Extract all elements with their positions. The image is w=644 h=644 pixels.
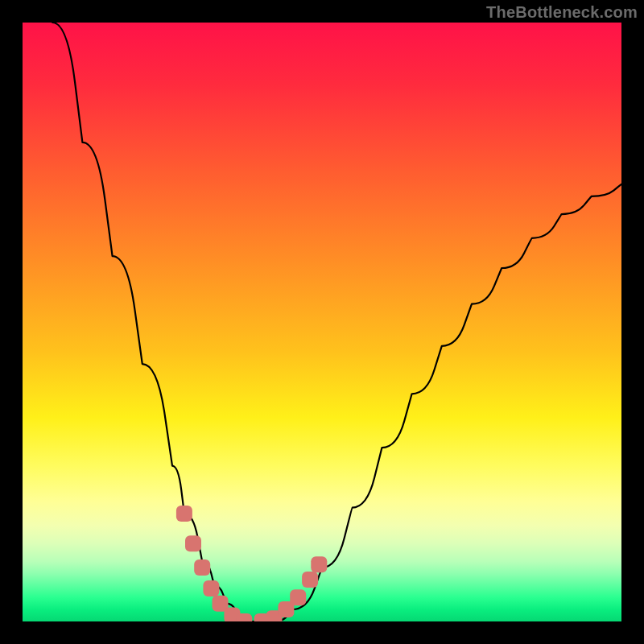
curve-marker xyxy=(290,589,306,605)
curve-marker xyxy=(194,559,210,576)
curve-marker xyxy=(176,506,192,522)
bottleneck-curve xyxy=(52,23,621,621)
chart-plot-area xyxy=(23,23,621,621)
curve-marker xyxy=(203,580,219,597)
marker-group xyxy=(176,506,327,621)
attribution-text: TheBottleneck.com xyxy=(486,3,638,22)
curve-marker xyxy=(311,556,327,572)
curve-marker xyxy=(236,613,252,621)
curve-marker xyxy=(302,572,318,588)
curve-marker xyxy=(185,535,201,551)
chart-svg xyxy=(23,23,621,621)
chart-frame: TheBottleneck.com xyxy=(0,0,644,644)
